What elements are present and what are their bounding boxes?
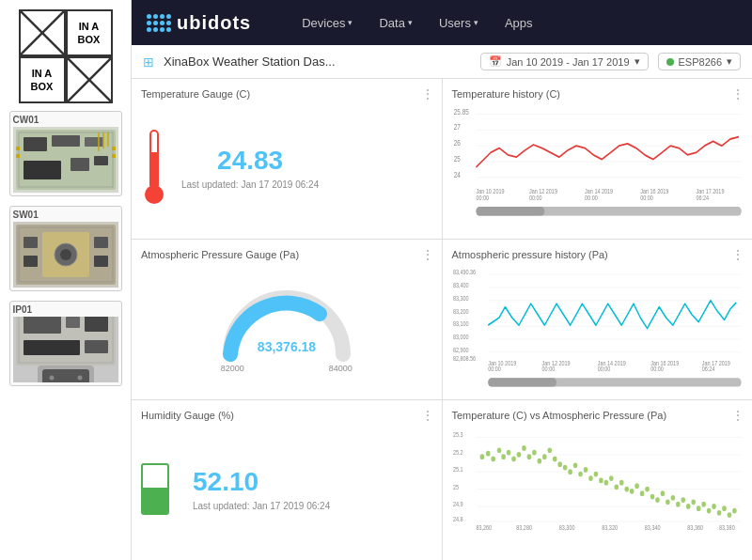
scatter-menu[interactable]: ⋮ xyxy=(731,408,744,423)
pressure-gauge-menu[interactable]: ⋮ xyxy=(421,247,434,262)
temp-value: 24.83 xyxy=(181,146,319,176)
temp-history-menu[interactable]: ⋮ xyxy=(731,86,744,101)
pressure-history-chart: 83,490.36 83,400 83,300 83,200 83,100 83… xyxy=(452,266,744,390)
svg-point-147 xyxy=(712,504,716,509)
svg-point-130 xyxy=(624,487,629,492)
humidity-gauge-menu[interactable]: ⋮ xyxy=(421,408,434,423)
svg-text:25: 25 xyxy=(452,483,459,490)
svg-rect-11 xyxy=(94,156,108,165)
svg-text:06:24: 06:24 xyxy=(696,194,709,201)
svg-rect-33 xyxy=(24,340,80,355)
svg-point-146 xyxy=(706,508,711,514)
pressure-gauge-content: 83,376.18 82000 84000 xyxy=(212,266,362,390)
device-sw01-label: SW01 xyxy=(13,210,118,220)
pressure-gauge-title: Atmospheric Pressure Gauge (Pa) xyxy=(141,249,299,260)
device-ip01-image xyxy=(13,317,118,382)
svg-point-37 xyxy=(49,376,54,381)
widget-humidity-gauge: Humidity Gauge (%) ⋮ 52.10 Last updated:… xyxy=(132,400,442,560)
temp-gauge-content: 24.83 Last updated: Jan 17 2019 06:24 xyxy=(141,105,432,229)
svg-rect-23 xyxy=(24,256,38,267)
svg-point-38 xyxy=(77,376,82,381)
temp-gauge-menu[interactable]: ⋮ xyxy=(421,86,434,101)
nav-data[interactable]: Data ▾ xyxy=(366,0,425,45)
svg-text:83,280: 83,280 xyxy=(516,524,532,532)
sidebar: IN ABOX IN ABOX CW01 xyxy=(0,0,132,560)
svg-point-112 xyxy=(532,450,537,456)
device-ip01-label: IP01 xyxy=(13,304,118,315)
pressure-range: 82000 84000 xyxy=(221,364,352,373)
svg-text:00:00: 00:00 xyxy=(541,366,555,373)
svg-text:83,260: 83,260 xyxy=(476,524,492,532)
svg-point-127 xyxy=(609,475,614,481)
svg-point-114 xyxy=(542,454,547,459)
svg-rect-10 xyxy=(70,158,89,171)
svg-text:00:00: 00:00 xyxy=(476,194,489,201)
ubidots-logo: ubidots xyxy=(147,12,251,34)
svg-point-129 xyxy=(619,480,623,486)
temp-history-chart: 25.85 27 26 25 24 Jan 10 2019 00:00 xyxy=(452,105,744,229)
date-range-pill[interactable]: 📅 Jan 10 2019 - Jan 17 2019 ▾ xyxy=(480,53,649,70)
pressure-history-menu[interactable]: ⋮ xyxy=(731,247,744,262)
svg-text:25.85: 25.85 xyxy=(453,107,468,117)
svg-point-104 xyxy=(491,457,495,462)
svg-point-119 xyxy=(568,469,572,474)
pressure-max: 84000 xyxy=(329,364,352,373)
nav-apps[interactable]: Apps xyxy=(492,0,546,45)
svg-point-138 xyxy=(666,499,670,505)
svg-text:00:00: 00:00 xyxy=(597,366,610,373)
breadcrumb-bar: ⊞ XinaBox Weather Station Das... 📅 Jan 1… xyxy=(132,45,752,79)
device-sw01[interactable]: SW01 xyxy=(9,206,122,291)
nav-devices[interactable]: Devices ▾ xyxy=(289,0,366,45)
svg-text:25.1: 25.1 xyxy=(452,466,462,474)
svg-text:83,360: 83,360 xyxy=(687,524,703,532)
svg-text:25: 25 xyxy=(453,154,460,163)
device-cw01-image xyxy=(13,127,118,193)
nav-users[interactable]: Users ▾ xyxy=(426,0,492,45)
device-ip01[interactable]: IP01 xyxy=(9,301,122,386)
pressure-min: 82000 xyxy=(221,364,244,373)
battery-tip xyxy=(149,463,161,465)
svg-point-121 xyxy=(578,472,583,477)
svg-point-141 xyxy=(681,497,685,503)
svg-point-132 xyxy=(634,483,639,489)
device-cw01[interactable]: CW01 xyxy=(9,111,122,196)
svg-point-133 xyxy=(639,490,644,496)
svg-text:83,000: 83,000 xyxy=(452,333,468,340)
svg-point-143 xyxy=(691,499,696,505)
svg-rect-7 xyxy=(52,135,80,147)
humidity-value: 52.10 xyxy=(193,467,330,497)
svg-text:00:00: 00:00 xyxy=(640,194,653,201)
svg-text:83,100: 83,100 xyxy=(452,320,468,328)
svg-point-105 xyxy=(496,447,501,453)
date-arrow: ▾ xyxy=(634,55,640,68)
logo-text-top: IN ABOX xyxy=(66,9,113,56)
svg-text:27: 27 xyxy=(453,123,460,132)
main-content: ubidots Devices ▾ Data ▾ Users ▾ Apps ⊞ … xyxy=(132,0,752,560)
svg-point-136 xyxy=(655,497,660,503)
svg-rect-14 xyxy=(112,147,116,150)
svg-point-134 xyxy=(645,487,650,492)
device-pill-name: ESP8266 xyxy=(679,56,722,68)
svg-point-149 xyxy=(722,506,727,511)
svg-point-145 xyxy=(701,502,706,507)
svg-point-117 xyxy=(557,461,562,467)
svg-point-128 xyxy=(614,484,619,490)
svg-point-125 xyxy=(599,478,603,484)
ubidots-name: ubidots xyxy=(177,12,251,34)
widget-temp-history: Temperature history (C) ⋮ 25.85 27 26 25… xyxy=(443,79,753,239)
svg-rect-61 xyxy=(476,207,544,216)
temp-history-title: Temperature history (C) xyxy=(452,88,744,100)
svg-text:83,200: 83,200 xyxy=(452,307,468,315)
widget-scatter: Temperature (C) vs Atmospheric Pressure … xyxy=(443,400,753,560)
topbar: ubidots Devices ▾ Data ▾ Users ▾ Apps xyxy=(132,0,752,45)
svg-text:83,300: 83,300 xyxy=(558,524,574,532)
svg-point-116 xyxy=(552,457,556,462)
svg-text:00:00: 00:00 xyxy=(585,194,598,201)
svg-point-120 xyxy=(572,462,577,468)
device-pill[interactable]: ESP8266 ▾ xyxy=(658,53,741,70)
svg-point-148 xyxy=(716,510,721,516)
calendar-icon: 📅 xyxy=(489,55,502,68)
pressure-history-title: Atmospheric pressure history (Pa) xyxy=(452,249,744,260)
svg-rect-8 xyxy=(85,137,103,147)
logo-area: IN ABOX IN ABOX xyxy=(19,9,113,103)
